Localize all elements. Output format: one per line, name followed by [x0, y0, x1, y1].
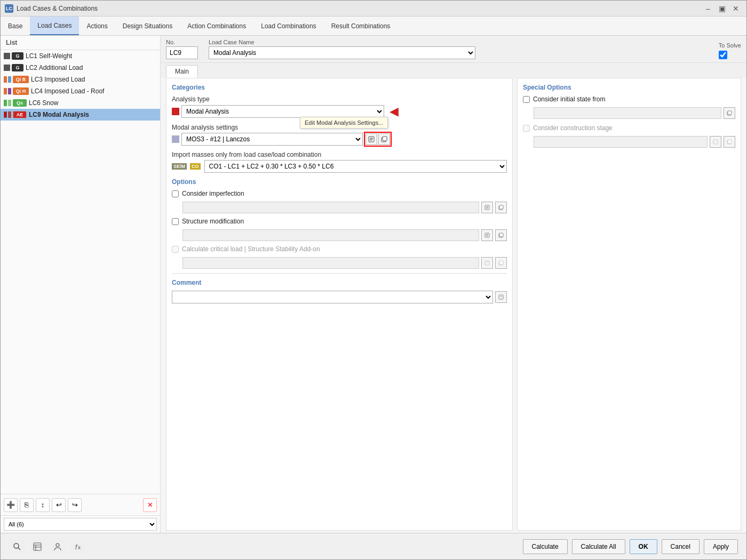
critical-load-row: Calculate critical load | Structure Stab… [172, 245, 507, 253]
list-item[interactable]: Qi B LC3 Imposed Load [1, 74, 160, 85]
menu-load-combinations[interactable]: Load Combinations [253, 17, 323, 35]
badge-g2: G [12, 64, 23, 71]
imperfection-row: Consider imperfection [172, 190, 507, 197]
critical-load-label: Calculate critical load | Structure Stab… [182, 245, 320, 253]
main-content: List G LC1 Self-Weight G LC2 Additional … [1, 36, 746, 533]
modal-settings-select[interactable]: MOS3 - #12 | Lanczos [181, 133, 363, 146]
ok-button[interactable]: OK [630, 539, 657, 554]
badge-qs: Qs [13, 99, 27, 107]
panel-content: Categories Analysis type Modal Analysis … [161, 78, 746, 533]
list-item[interactable]: G LC1 Self-Weight [1, 50, 160, 62]
modal-color-swatch [172, 135, 179, 143]
function-icon-btn[interactable]: fx [70, 540, 86, 554]
no-input[interactable] [166, 46, 198, 59]
comment-select[interactable] [172, 291, 493, 303]
construction-stage-browse-btn [710, 136, 721, 148]
analysis-type-wrapper: Modal Analysis ◀ [172, 105, 507, 118]
delete-button[interactable]: ✕ [143, 498, 157, 512]
modal-settings-edit-button[interactable] [365, 133, 377, 145]
sidebar-header: List [1, 36, 160, 50]
menu-design-situations[interactable]: Design Situations [115, 17, 180, 35]
se-m-badge: SE/M [172, 163, 187, 170]
menu-action-combinations[interactable]: Action Combinations [180, 17, 253, 35]
co-badge: CO [190, 163, 201, 170]
modal-settings-copy-button[interactable] [378, 133, 390, 145]
critical-load-checkbox[interactable] [172, 246, 179, 253]
filter-select[interactable]: All (6) [4, 518, 157, 531]
svg-line-30 [18, 548, 20, 550]
list-item-selected[interactable]: AE LC9 Modal Analysis [1, 109, 160, 121]
sidebar-list: G LC1 Self-Weight G LC2 Additional Load … [1, 50, 160, 494]
options-label: Options [172, 178, 507, 186]
import-select-row: SE/M CO CO1 - LC1 + LC2 + 0.30 * LC3 + 0… [172, 160, 507, 173]
comment-section: Comment [172, 273, 507, 303]
svg-point-35 [56, 543, 59, 547]
menu-load-cases[interactable]: Load Cases [30, 17, 79, 35]
badge-ae: AE [13, 111, 27, 118]
comment-row [172, 291, 507, 303]
structure-mod-checkbox[interactable] [172, 218, 179, 225]
menu-result-combinations[interactable]: Result Combinations [324, 17, 398, 35]
structure-mod-browse-btn[interactable] [481, 229, 493, 241]
imperfection-checkbox[interactable] [172, 190, 179, 197]
imperfection-input-row [172, 202, 507, 213]
structure-mod-copy-btn[interactable] [495, 229, 507, 241]
case-name-select[interactable]: Modal Analysis [209, 46, 475, 59]
cancel-button[interactable]: Cancel [662, 539, 700, 554]
modal-settings-label: Modal analysis settings [172, 124, 507, 131]
add-item-button[interactable]: ➕ [4, 498, 18, 512]
menu-base[interactable]: Base [1, 17, 30, 35]
svg-rect-22 [499, 295, 503, 299]
search-icon-btn[interactable] [9, 540, 25, 554]
maximize-button[interactable]: ▣ [716, 3, 728, 14]
critical-load-browse-btn[interactable] [481, 257, 493, 269]
export-button[interactable]: ↪ [68, 498, 82, 512]
critical-load-input-row [172, 257, 507, 269]
calculate-all-button[interactable]: Calculate All [572, 539, 625, 554]
list-item-label: LC6 Snow [29, 99, 58, 107]
no-field-group: No. [166, 39, 198, 59]
svg-rect-31 [34, 543, 41, 550]
imperfection-browse-btn[interactable] [481, 202, 493, 213]
bottom-bar: fx Calculate Calculate All OK Cancel App… [1, 533, 746, 559]
construction-stage-row: Consider construction stage [523, 124, 735, 132]
options-section: Options Consider imperfection [172, 178, 507, 269]
person-icon-btn[interactable] [50, 540, 66, 554]
import-button[interactable]: ↩ [52, 498, 66, 512]
construction-stage-input-row [523, 136, 735, 148]
list-item[interactable]: G LC2 Additional Load [1, 62, 160, 74]
analysis-type-row: Analysis type Modal Analysis ◀ [172, 95, 507, 118]
list-item[interactable]: Qi H LC4 Imposed Load - Roof [1, 85, 160, 97]
to-solve-checkbox[interactable] [719, 51, 727, 59]
construction-stage-input [534, 136, 708, 148]
critical-load-copy-btn[interactable] [495, 257, 507, 269]
import-select[interactable]: CO1 - LC1 + LC2 + 0.30 * LC3 + 0.50 * LC… [204, 160, 507, 173]
structure-mod-label: Structure modification [182, 218, 244, 225]
tab-bar: Main [161, 63, 746, 78]
imperfection-input[interactable] [182, 202, 479, 213]
construction-stage-checkbox[interactable] [523, 125, 530, 132]
close-button[interactable]: ✕ [729, 3, 742, 14]
svg-rect-18 [485, 261, 489, 265]
apply-button[interactable]: Apply [704, 539, 738, 554]
analysis-type-select[interactable]: Modal Analysis [181, 105, 384, 118]
construction-stage-copy-btn [724, 136, 735, 148]
initial-state-copy-btn[interactable] [724, 107, 735, 119]
initial-state-input[interactable] [534, 107, 721, 119]
structure-mod-input[interactable] [182, 229, 479, 241]
critical-load-input [182, 257, 479, 269]
badge-qib: Qi B [13, 76, 29, 83]
menu-actions[interactable]: Actions [79, 17, 115, 35]
initial-state-checkbox[interactable] [523, 96, 530, 103]
move-item-button[interactable]: ↕ [36, 498, 50, 512]
initial-state-label: Consider initial state from [533, 95, 605, 103]
copy-item-button[interactable]: ⎘ [20, 498, 34, 512]
calculate-button[interactable]: Calculate [523, 539, 568, 554]
minimize-button[interactable]: – [702, 3, 714, 14]
list-item[interactable]: Qs LC6 Snow [1, 97, 160, 109]
list-item-label: LC9 Modal Analysis [29, 111, 89, 118]
tab-main[interactable]: Main [166, 65, 198, 78]
imperfection-copy-btn[interactable] [495, 202, 507, 213]
comment-edit-btn[interactable] [495, 291, 507, 303]
table-icon-btn[interactable] [29, 540, 45, 554]
